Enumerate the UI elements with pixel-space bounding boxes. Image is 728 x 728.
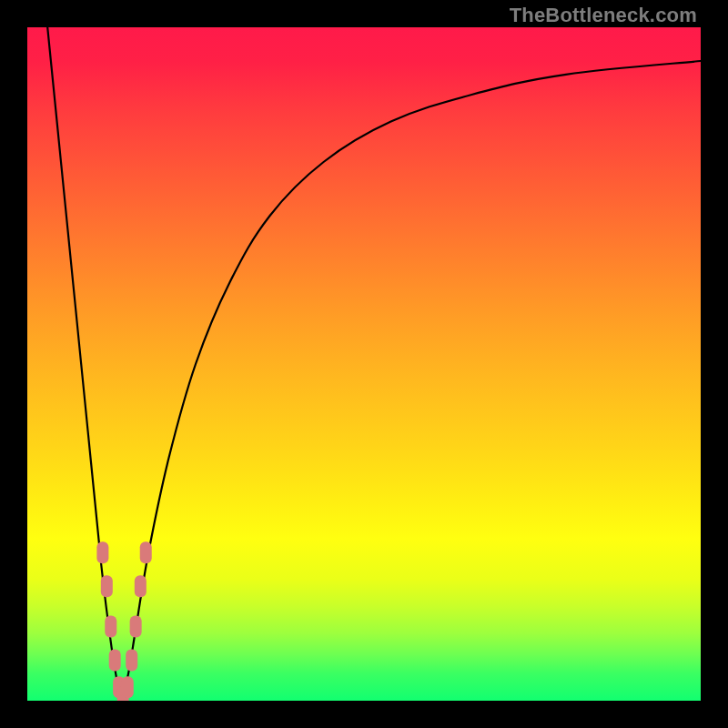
- highlight-marker: [135, 575, 147, 597]
- highlight-marker: [105, 616, 116, 638]
- curve-group: [47, 27, 701, 701]
- marker-group: [96, 541, 151, 701]
- highlight-marker: [126, 650, 137, 672]
- chart-svg: [27, 27, 701, 701]
- plot-area: [27, 27, 701, 701]
- chart-frame: TheBottleneck.com: [0, 0, 728, 728]
- highlight-marker: [96, 541, 108, 563]
- highlight-marker: [140, 541, 152, 563]
- highlight-marker: [122, 676, 134, 698]
- highlight-marker: [109, 650, 121, 672]
- highlight-marker: [130, 616, 142, 638]
- left-branch-curve: [47, 27, 121, 701]
- watermark-text: TheBottleneck.com: [510, 4, 697, 27]
- right-branch-curve: [122, 61, 701, 701]
- highlight-marker: [101, 575, 113, 597]
